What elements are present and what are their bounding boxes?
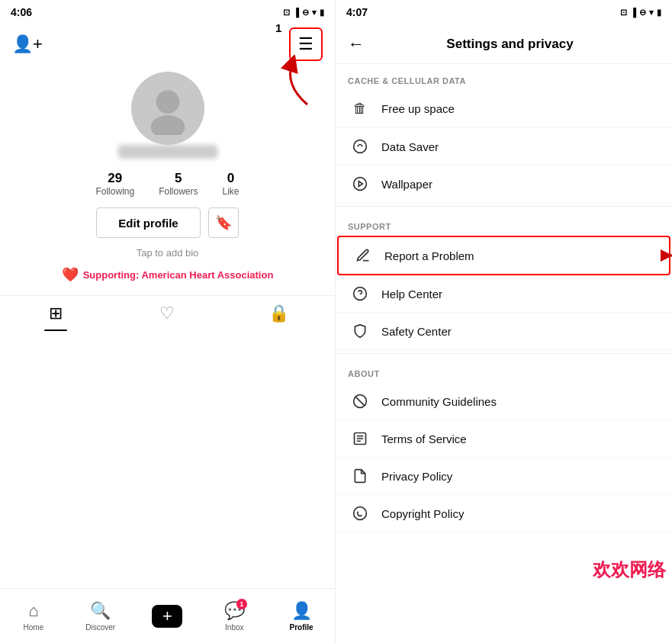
terms-icon (348, 431, 372, 446)
svg-point-1 (150, 115, 185, 135)
create-icon[interactable]: + (152, 605, 182, 628)
safety-icon (348, 323, 372, 339)
action-buttons: Edit profile 🔖 (96, 207, 238, 238)
data-saver-label: Data Saver (381, 140, 439, 153)
lock-icon: 🔒 (268, 304, 289, 323)
wallpaper-item[interactable]: Wallpaper (336, 166, 672, 203)
likes-stat[interactable]: 0 Like (223, 171, 240, 197)
dnd-icon: ⊖ (302, 8, 309, 18)
copyright-policy-label: Copyright Policy (381, 507, 464, 520)
nav-inbox[interactable]: 💬 1 Inbox (201, 601, 268, 632)
status-bar-left: 4:06 ⊡ ▐ ⊖ ▾ ▮ (0, 0, 335, 24)
profile-section: 29 Following 5 Followers 0 Like Edit pro… (0, 64, 335, 295)
signal-icon-r: ▐ (630, 8, 636, 17)
profile-label: Profile (290, 623, 313, 632)
inbox-badge-count: 1 (236, 599, 247, 609)
inbox-label: Inbox (225, 623, 243, 632)
wifi-icon: ▾ (312, 8, 317, 18)
left-panel: 4:06 ⊡ ▐ ⊖ ▾ ▮ 👤+ 1 ☰ (0, 0, 336, 643)
content-tabs: ⊞ ♡ 🔒 (0, 295, 335, 331)
heart-icon: ❤️ (62, 266, 79, 283)
svg-marker-4 (359, 182, 362, 187)
tab-grid[interactable]: ⊞ (0, 296, 111, 331)
privacy-policy-label: Privacy Policy (381, 470, 452, 483)
settings-title: Settings and privacy (377, 37, 643, 52)
sim-icon: ⊡ (283, 8, 290, 18)
nav-discover[interactable]: 🔍 Discover (67, 601, 134, 632)
sim-icon-r: ⊡ (620, 8, 627, 18)
community-icon (348, 394, 372, 409)
followers-label: Followers (159, 186, 198, 197)
followers-stat[interactable]: 5 Followers (159, 171, 198, 197)
nav-profile[interactable]: 👤 Profile (268, 601, 335, 632)
help-icon (348, 286, 372, 301)
time-right: 4:07 (346, 6, 368, 18)
battery-icon-r: ▮ (657, 8, 661, 18)
svg-point-3 (354, 178, 367, 191)
privacy-icon (348, 468, 372, 484)
bookmark-icon: 🔖 (215, 214, 232, 231)
hamburger-button[interactable]: ☰ (289, 27, 323, 61)
trash-icon: 🗑 (348, 101, 372, 117)
svg-point-13 (354, 507, 367, 520)
time-left: 4:06 (11, 6, 32, 18)
settings-top-bar: ← Settings and privacy (336, 24, 672, 64)
wifi-icon-r: ▾ (649, 8, 654, 18)
divider-2 (336, 353, 672, 354)
nav-create[interactable]: + (134, 605, 201, 628)
add-user-icon[interactable]: 👤+ (12, 34, 43, 54)
report-problem-label: Report a Problem (384, 249, 474, 262)
edit-profile-button[interactable]: Edit profile (96, 207, 200, 238)
help-center-label: Help Center (381, 288, 442, 301)
safety-center-label: Safety Center (381, 325, 452, 338)
copyright-policy-item[interactable]: Copyright Policy (336, 495, 672, 532)
bookmark-button[interactable]: 🔖 (208, 207, 239, 238)
top-bar-left: 👤+ 1 ☰ (0, 24, 335, 64)
section-about-header: ABOUT (336, 357, 672, 383)
dnd-icon-r: ⊖ (639, 8, 646, 18)
tab-liked[interactable]: ♡ (111, 296, 223, 331)
report-problem-item[interactable]: Report a Problem (337, 236, 670, 275)
privacy-policy-item[interactable]: Privacy Policy (336, 458, 672, 495)
wallpaper-icon (348, 176, 372, 191)
likes-label: Like (223, 186, 240, 197)
followers-count: 5 (175, 171, 182, 186)
discover-icon: 🔍 (90, 601, 111, 621)
step-1-label: 1 (275, 21, 281, 34)
report-problem-wrapper: Report a Problem 2 (336, 236, 672, 275)
supporting-text: Supporting: American Heart Association (83, 269, 274, 281)
data-saver-icon (348, 139, 372, 154)
following-label: Following (95, 186, 134, 197)
report-icon (351, 248, 375, 263)
svg-point-0 (156, 90, 179, 114)
settings-list: CACHE & CELLULAR DATA 🗑 Free up space Da… (336, 64, 672, 643)
supporting-row[interactable]: ❤️ Supporting: American Heart Associatio… (62, 266, 274, 283)
nav-home[interactable]: ⌂ Home (0, 601, 67, 632)
community-guidelines-label: Community Guidelines (381, 395, 497, 408)
back-button[interactable]: ← (348, 34, 365, 54)
bottom-nav: ⌂ Home 🔍 Discover + 💬 1 Inbox 👤 Profile (0, 588, 335, 643)
community-guidelines-item[interactable]: Community Guidelines (336, 383, 672, 420)
section-cache-header: CACHE & CELLULAR DATA (336, 64, 672, 90)
svg-line-8 (355, 397, 365, 406)
likes-count: 0 (227, 171, 234, 186)
right-panel: 4:07 ⊡ ▐ ⊖ ▾ ▮ ← Settings and privacy CA… (336, 0, 672, 643)
bio-placeholder[interactable]: Tap to add bio (137, 247, 199, 259)
following-count: 29 (108, 171, 122, 186)
terms-of-service-item[interactable]: Terms of Service (336, 420, 672, 458)
wallpaper-label: Wallpaper (381, 178, 432, 191)
copyright-icon (348, 506, 372, 521)
help-center-item[interactable]: Help Center (336, 275, 672, 313)
svg-point-2 (354, 140, 367, 153)
hamburger-icon: ☰ (298, 34, 313, 54)
safety-center-item[interactable]: Safety Center (336, 313, 672, 350)
section-support-header: SUPPORT (336, 210, 672, 236)
signal-icon: ▐ (293, 8, 299, 17)
tab-locked[interactable]: 🔒 (223, 296, 335, 331)
following-stat[interactable]: 29 Following (95, 171, 134, 197)
free-up-space-item[interactable]: 🗑 Free up space (336, 90, 672, 128)
status-icons-right: ⊡ ▐ ⊖ ▾ ▮ (620, 8, 661, 18)
grid-icon: ⊞ (49, 304, 63, 323)
data-saver-item[interactable]: Data Saver (336, 128, 672, 166)
home-label: Home (24, 623, 44, 632)
